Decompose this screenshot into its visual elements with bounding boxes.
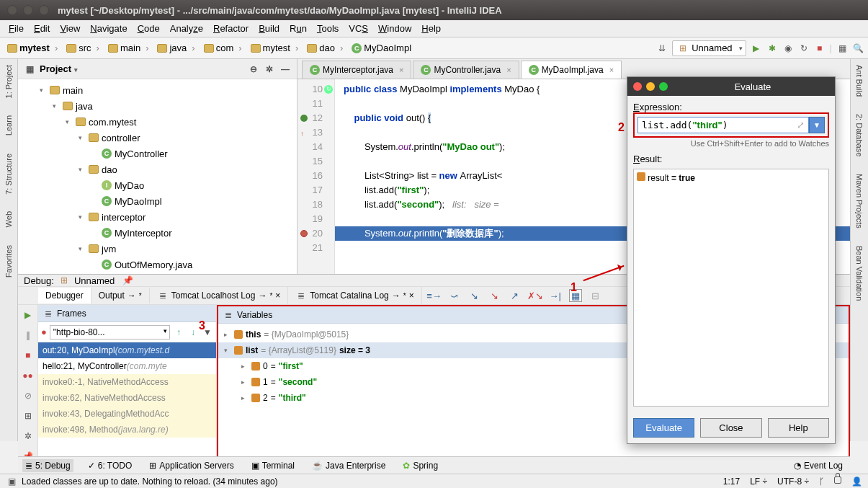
lock-icon[interactable]: [834, 476, 841, 484]
maximize-window-button[interactable]: [39, 5, 49, 15]
rail-structure[interactable]: 7: Structure: [4, 151, 13, 198]
pause-icon[interactable]: ‖: [22, 329, 34, 341]
stack-frame[interactable]: hello:21, MyController (com.myte: [38, 358, 216, 374]
menu-run[interactable]: Run: [285, 22, 311, 35]
frames-list[interactable]: out:20, MyDaoImpl (com.mytest.dhello:21,…: [38, 342, 216, 462]
project-structure-icon[interactable]: ▦: [836, 43, 848, 54]
breadcrumb[interactable]: C MyDaoImpl: [349, 41, 414, 55]
breakpoint-icon[interactable]: [300, 115, 308, 122]
rail-web[interactable]: Web: [4, 208, 13, 230]
output-tab[interactable]: Output →*: [91, 288, 150, 303]
step-out-icon[interactable]: ↗: [509, 289, 522, 302]
help-button[interactable]: Help: [768, 418, 829, 438]
run-to-cursor-icon[interactable]: →|: [549, 289, 562, 302]
menu-analyze[interactable]: Analyze: [166, 22, 207, 35]
bottom-tab-javaee[interactable]: ☕ Java Enterprise: [309, 459, 388, 472]
git-branch-icon[interactable]: ᚴ: [819, 476, 824, 487]
menu-edit[interactable]: Edit: [30, 22, 54, 35]
mute-breakpoints-icon[interactable]: ⊘: [22, 390, 34, 402]
breadcrumb[interactable]: java: [154, 41, 200, 55]
tree-item[interactable]: C MyController: [18, 146, 297, 161]
caret-position[interactable]: 1:17: [723, 476, 740, 487]
bottom-tab-spring[interactable]: ✿ Spring: [400, 459, 441, 472]
status-icon[interactable]: ▣: [6, 476, 17, 487]
tree-item[interactable]: ▾ main: [18, 82, 297, 98]
expression-input[interactable]: list.add("third")⤢: [637, 117, 809, 133]
stack-frame[interactable]: out:20, MyDaoImpl (com.mytest.d: [38, 342, 216, 358]
rail-maven[interactable]: Maven Projects: [855, 171, 864, 231]
project-pane-header[interactable]: ▦ Project ⊖ ✲ —: [18, 59, 297, 79]
breadcrumb[interactable]: mytest: [248, 41, 305, 55]
minimize-icon[interactable]: [646, 82, 655, 91]
expression-history-dropdown[interactable]: ▼: [809, 117, 825, 133]
tomcat-localhost-tab[interactable]: ≣Tomcat Localhost Log →* ×: [150, 287, 289, 304]
layout-icon[interactable]: ⊞: [22, 410, 34, 422]
rail-project[interactable]: 1: Project: [4, 62, 13, 101]
tree-item[interactable]: C MyDaoImpl: [18, 193, 297, 209]
pin-icon[interactable]: 📌: [122, 275, 133, 286]
tree-item[interactable]: ▾ java: [18, 98, 297, 114]
maximize-icon[interactable]: [659, 82, 668, 91]
menu-navigate[interactable]: Navigate: [86, 22, 131, 35]
stop-icon[interactable]: ■: [22, 350, 34, 361]
breadcrumb[interactable]: com: [201, 41, 248, 55]
rail-favorites[interactable]: Favorites: [4, 242, 13, 280]
menu-build[interactable]: Build: [254, 22, 284, 35]
close-icon[interactable]: ×: [399, 66, 403, 74]
result-box[interactable]: result = true: [633, 169, 829, 407]
profile-button[interactable]: ↻: [798, 43, 810, 54]
bottom-tab-terminal[interactable]: ▣ Terminal: [249, 459, 297, 472]
show-exec-point-icon[interactable]: ≡→: [428, 289, 441, 302]
close-icon[interactable]: [633, 82, 642, 91]
stack-frame[interactable]: invoke:43, DelegatingMethodAcc: [38, 406, 216, 422]
tomcat-catalina-tab[interactable]: ≣Tomcat Catalina Log →* ×: [288, 287, 421, 304]
step-into-icon[interactable]: ↘: [468, 289, 481, 302]
search-icon[interactable]: 🔍: [852, 43, 864, 54]
drop-frame-icon[interactable]: ✗↘: [529, 289, 542, 302]
tree-item[interactable]: ▾ jvm: [18, 241, 297, 257]
tree-item[interactable]: ▾ dao: [18, 161, 297, 177]
tree-item[interactable]: C MyInterceptor: [18, 225, 297, 241]
build-icon[interactable]: ⇊: [656, 43, 668, 54]
thread-dropdown[interactable]: "http-bio-80...: [50, 325, 170, 340]
next-frame-icon[interactable]: ↓: [187, 327, 199, 338]
bottom-tab-appservers[interactable]: ⊞ Application Servers: [146, 459, 236, 472]
expand-icon[interactable]: ⤢: [797, 120, 805, 130]
tree-item[interactable]: I MyDao: [18, 177, 297, 193]
hector-icon[interactable]: 👤: [851, 476, 862, 487]
breakpoint-hit-icon[interactable]: [300, 230, 308, 237]
step-over-icon[interactable]: ⤻: [448, 289, 461, 302]
run-configuration-dropdown[interactable]: ⊞Unnamed: [672, 40, 746, 56]
event-log[interactable]: ◔ Event Log: [791, 459, 846, 472]
tree-item[interactable]: C OutOfMemory.java: [18, 257, 297, 272]
hide-icon[interactable]: —: [279, 63, 291, 75]
tab-mycontroller[interactable]: CMyController.java×: [413, 61, 519, 79]
debugger-tab[interactable]: Debugger: [38, 288, 91, 303]
evaluate-button[interactable]: Evaluate: [633, 418, 694, 438]
tab-mydaoimpl[interactable]: CMyDaoImpl.java×: [521, 61, 622, 79]
tab-myinterceptor[interactable]: CMyInterceptor.java×: [302, 61, 411, 79]
close-button[interactable]: Close: [700, 418, 761, 438]
project-tree[interactable]: ▾ main▾ java▾ com.mytest▾ controllerC My…: [18, 79, 297, 275]
stack-frame[interactable]: invoke:498, Method (java.lang.re): [38, 422, 216, 438]
breadcrumb[interactable]: src: [63, 41, 105, 55]
encoding[interactable]: UTF-8 ÷: [777, 476, 809, 487]
resume-icon[interactable]: ▶: [22, 309, 34, 321]
close-icon[interactable]: ×: [609, 66, 614, 74]
rail-database[interactable]: 2: Database: [855, 111, 864, 159]
evaluate-titlebar[interactable]: Evaluate: [627, 77, 835, 96]
collapse-icon[interactable]: ⊖: [248, 63, 259, 75]
rail-beanval[interactable]: Bean Validation: [855, 243, 864, 303]
stop-button[interactable]: ■: [814, 43, 826, 54]
gear-icon[interactable]: ✲: [264, 63, 275, 75]
rail-ant[interactable]: Ant Build: [855, 62, 864, 99]
tree-item[interactable]: ▾ com.mytest: [18, 114, 297, 130]
menu-window[interactable]: Window: [374, 22, 416, 35]
trace-icon[interactable]: ⊟: [589, 289, 602, 302]
settings-icon[interactable]: ✲: [22, 430, 34, 442]
breadcrumb[interactable]: main: [105, 41, 155, 55]
line-sep[interactable]: LF ÷: [750, 476, 767, 487]
rail-learn[interactable]: Learn: [4, 112, 13, 138]
menu-help[interactable]: Help: [417, 22, 445, 35]
force-step-into-icon[interactable]: ↘: [488, 289, 501, 302]
